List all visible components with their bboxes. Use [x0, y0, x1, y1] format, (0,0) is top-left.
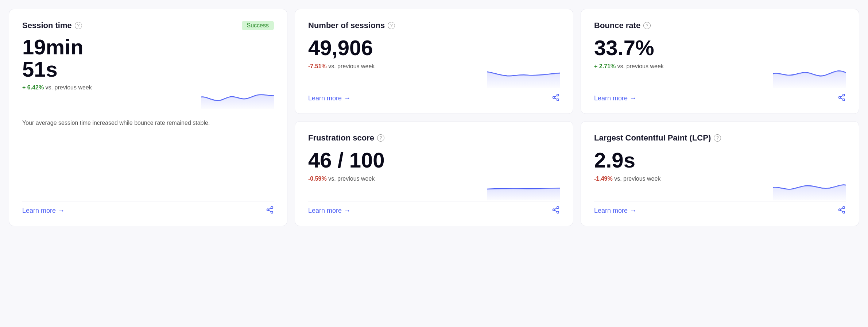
share-button[interactable]: [838, 206, 846, 216]
card-title: Bounce rate ?: [594, 21, 651, 30]
sparkline-session: [201, 84, 274, 110]
card-title: Session time ?: [22, 21, 82, 30]
learn-more-label: Learn more: [308, 207, 342, 215]
svg-line-19: [555, 208, 557, 209]
frustration-score-card: Frustration score ? 46 / 100 -0.59% vs. …: [295, 121, 573, 226]
svg-line-4: [269, 208, 271, 209]
share-button[interactable]: [838, 93, 846, 103]
main-value: 2.9s: [594, 149, 846, 172]
description-text: Your average session time increased whil…: [22, 119, 274, 192]
learn-more-button[interactable]: Learn more →: [308, 95, 350, 102]
bounce-rate-card: Bounce rate ? 33.7% + 2.71% vs. previous…: [581, 9, 859, 114]
learn-more-button[interactable]: Learn more →: [22, 207, 65, 215]
title-text: Number of sessions: [308, 21, 385, 30]
dashboard: Session time ? Success 19min51s + 6.42% …: [9, 9, 859, 226]
info-icon[interactable]: ?: [75, 22, 82, 29]
arrow-icon: →: [630, 207, 636, 215]
sparkline-frustration: [487, 176, 560, 201]
arrow-icon: →: [344, 95, 350, 102]
card-header: Bounce rate ?: [594, 21, 846, 30]
main-value: 33.7%: [594, 36, 846, 59]
learn-more-label: Learn more: [308, 95, 342, 102]
change-label: vs. previous week: [328, 176, 375, 182]
metric-left: -1.49% vs. previous week: [594, 176, 766, 184]
metric-row: -1.49% vs. previous week: [594, 176, 846, 201]
change-label: vs. previous week: [614, 176, 660, 182]
title-text: Frustration score: [308, 133, 374, 143]
metric-row: -7.51% vs. previous week: [308, 63, 560, 89]
card-footer: Learn more →: [308, 89, 560, 103]
svg-line-23: [841, 210, 843, 212]
card-title: Frustration score ?: [308, 133, 384, 143]
card-title: Largest Contentful Paint (LCP) ?: [594, 133, 721, 143]
learn-more-button[interactable]: Learn more →: [594, 207, 636, 215]
change-text: -1.49% vs. previous week: [594, 176, 766, 182]
main-value: 46 / 100: [308, 149, 560, 172]
learn-more-label: Learn more: [594, 95, 628, 102]
sparkline-sessions: [487, 63, 560, 89]
learn-more-button[interactable]: Learn more →: [594, 95, 636, 102]
metric-left: -7.51% vs. previous week: [308, 63, 480, 71]
learn-more-label: Learn more: [594, 207, 628, 215]
main-value: 49,906: [308, 36, 560, 59]
card-header: Number of sessions ?: [308, 21, 560, 30]
svg-line-8: [555, 98, 557, 99]
session-time-card: Session time ? Success 19min51s + 6.42% …: [9, 9, 287, 226]
change-value: -1.49%: [594, 176, 613, 182]
arrow-icon: →: [58, 207, 65, 215]
info-icon[interactable]: ?: [714, 134, 721, 142]
card-header: Frustration score ?: [308, 133, 560, 143]
metric-left: + 6.42% vs. previous week: [22, 84, 194, 92]
change-text: -7.51% vs. previous week: [308, 63, 480, 70]
svg-line-13: [841, 98, 843, 99]
sparkline-bounce: [773, 63, 846, 89]
card-footer: Learn more →: [594, 89, 846, 103]
card-header: Session time ? Success: [22, 21, 274, 30]
metric-row: + 6.42% vs. previous week: [22, 84, 274, 110]
change-value: -0.59%: [308, 176, 327, 182]
share-button[interactable]: [266, 206, 274, 216]
card-footer: Learn more →: [308, 201, 560, 216]
arrow-icon: →: [344, 207, 350, 215]
metric-left: -0.59% vs. previous week: [308, 176, 480, 184]
change-text: -0.59% vs. previous week: [308, 176, 480, 182]
learn-more-button[interactable]: Learn more →: [308, 207, 350, 215]
card-title: Number of sessions ?: [308, 21, 395, 30]
change-text: + 2.71% vs. previous week: [594, 63, 766, 70]
main-value: 19min51s: [22, 36, 274, 81]
svg-line-3: [269, 210, 271, 212]
success-badge: Success: [242, 21, 274, 30]
share-button[interactable]: [552, 206, 560, 216]
change-value: -7.51%: [308, 63, 327, 69]
change-label: vs. previous week: [46, 84, 92, 91]
card-footer: Learn more →: [594, 201, 846, 216]
change-label: vs. previous week: [617, 63, 664, 69]
sparkline-lcp: [773, 176, 846, 201]
info-icon[interactable]: ?: [377, 134, 384, 142]
number-of-sessions-card: Number of sessions ? 49,906 -7.51% vs. p…: [295, 9, 573, 114]
metric-row: + 2.71% vs. previous week: [594, 63, 846, 89]
lcp-card: Largest Contentful Paint (LCP) ? 2.9s -1…: [581, 121, 859, 226]
title-text: Session time: [22, 21, 72, 30]
share-button[interactable]: [552, 93, 560, 103]
change-label: vs. previous week: [328, 63, 375, 69]
title-text: Largest Contentful Paint (LCP): [594, 133, 711, 143]
arrow-icon: →: [630, 95, 636, 102]
metric-row: -0.59% vs. previous week: [308, 176, 560, 201]
svg-line-18: [555, 210, 557, 212]
card-footer: Learn more →: [22, 201, 274, 216]
change-value: + 2.71%: [594, 63, 616, 69]
info-icon[interactable]: ?: [643, 22, 651, 29]
metric-left: + 2.71% vs. previous week: [594, 63, 766, 71]
info-icon[interactable]: ?: [388, 22, 395, 29]
change-text: + 6.42% vs. previous week: [22, 84, 194, 91]
title-text: Bounce rate: [594, 21, 640, 30]
svg-line-14: [841, 96, 843, 97]
svg-line-24: [841, 208, 843, 209]
svg-line-9: [555, 96, 557, 97]
learn-more-label: Learn more: [22, 207, 56, 215]
card-header: Largest Contentful Paint (LCP) ?: [594, 133, 846, 143]
change-value: + 6.42%: [22, 84, 44, 91]
